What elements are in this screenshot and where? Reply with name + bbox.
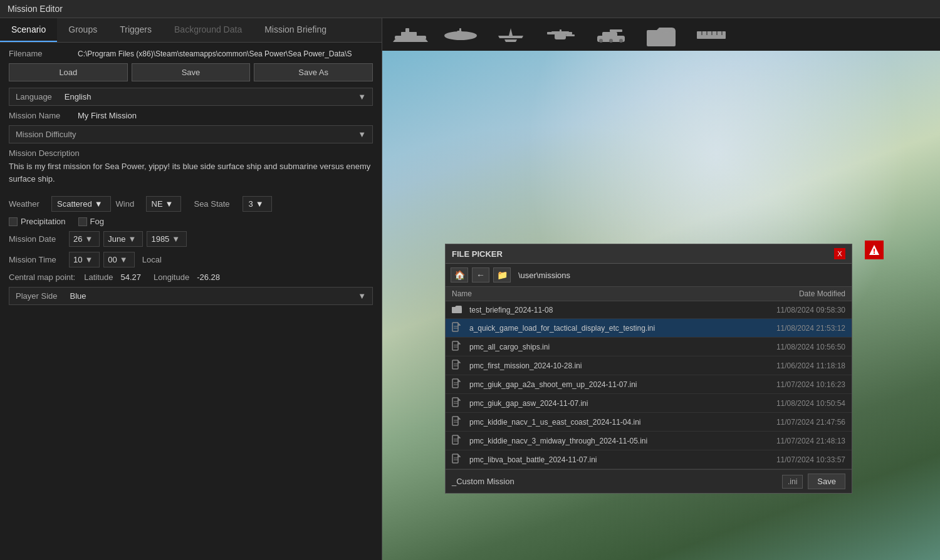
coord-row: Central map point: Latitude 54.27 Longit… [9,272,373,282]
tab-mission-briefing[interactable]: Mission Briefing [253,18,338,42]
fp-item-name: pmc_giuk_gap_a2a_shoot_em_up_2024-11-07.… [469,380,745,389]
fp-list-item[interactable]: pmc_giuk_gap_a2a_shoot_em_up_2024-11-07.… [446,375,852,394]
player-side-dropdown[interactable]: Player Side Blue ▼ [9,287,373,305]
svg-rect-29 [874,249,875,252]
folder-icon[interactable] [639,22,683,47]
fp-list-item[interactable]: pmc_kiddie_nacv_3_midway_through_2024-11… [446,432,852,450]
fp-back-button[interactable]: ← [472,267,489,283]
button-bar: Load Save Save As [9,63,373,81]
mission-time-row: Mission Time 10 ▼ 00 ▼ Local [9,252,373,267]
date-month-value: June [108,234,125,244]
svg-rect-53 [452,454,458,463]
language-arrow-icon[interactable]: ▼ [352,88,372,105]
svg-rect-35 [452,341,458,350]
tab-groups[interactable]: Groups [57,18,108,42]
weather-row: Weather Scattered ▼ Wind NE ▼ Sea State … [9,196,373,212]
fp-custom-mission: _Custom Mission [452,477,777,486]
tab-scenario[interactable]: Scenario [0,18,57,42]
date-year-value: 1985 [151,234,169,244]
fp-file-list: test_briefing_2024-11-0811/08/2024 09:58… [446,301,852,469]
file-item-icon [452,435,464,447]
fp-list-item[interactable]: pmc_all_cargo_ships.ini11/08/2024 10:56:… [446,338,852,356]
date-year-dropdown[interactable]: 1985 ▼ [147,231,187,247]
language-dropdown[interactable]: Language English ▼ [9,88,373,106]
time-minute-value: 00 [108,255,117,264]
svg-rect-30 [874,252,875,254]
tank-icon[interactable] [589,22,633,47]
player-side-arrow-icon[interactable]: ▼ [352,288,372,304]
fp-item-date: 11/08/2024 10:50:54 [745,399,845,408]
folder-item-icon [452,304,464,315]
fp-save-button[interactable]: Save [808,474,845,489]
time-minute-dropdown[interactable]: 00 ▼ [103,252,134,267]
tab-triggers[interactable]: Triggers [108,18,163,42]
helicopter-icon[interactable] [539,22,583,47]
date-day-arrow-icon: ▼ [85,234,93,244]
longitude-label: Longitude [154,272,189,282]
svg-rect-6 [459,28,461,32]
fp-item-name: pmc_giuk_gap_asw_2024-11-07.ini [469,399,745,408]
time-hour-dropdown[interactable]: 10 ▼ [69,252,100,267]
file-item-icon [452,378,464,390]
precipitation-checkbox[interactable] [9,217,18,226]
date-day-value: 26 [73,234,82,244]
player-side-value: Blue [63,288,352,304]
fp-item-date: 11/08/2024 21:53:12 [745,324,845,333]
wind-arrow-icon: ▼ [165,199,174,209]
aircraft-icon[interactable] [489,22,533,47]
mission-difficulty-arrow-icon[interactable]: ▼ [358,130,366,139]
mission-difficulty-dropdown[interactable]: Mission Difficulty ▼ [9,125,373,143]
fp-home-button[interactable]: 🏠 [451,267,468,283]
svg-point-19 [609,39,613,43]
mission-name-value[interactable]: My First Mission [78,111,373,120]
latitude-label: Latitude [84,272,113,282]
wind-label: Wind [116,199,141,209]
svg-rect-16 [602,32,617,37]
mission-name-label: Mission Name [9,111,78,120]
fp-extension-filter[interactable]: .ini [782,475,803,489]
ruler-icon[interactable] [689,22,733,47]
fp-list-item[interactable]: pmc_first_mission_2024-10-28.ini11/06/20… [446,356,852,375]
save-button[interactable]: Save [132,63,251,81]
longitude-value[interactable]: -26.28 [197,272,220,282]
date-month-dropdown[interactable]: June ▼ [103,231,143,247]
fp-item-date: 11/07/2024 21:47:56 [745,418,845,427]
submarine-icon[interactable] [439,22,483,47]
save-as-button[interactable]: Save As [254,63,373,81]
fp-folder-nav-button[interactable]: 📁 [493,267,511,283]
fp-list-item[interactable]: a_quick_game_load_for_tactical_display_e… [446,319,852,338]
date-day-dropdown[interactable]: 26 ▼ [69,231,100,247]
weather-dropdown[interactable]: Scattered ▼ [51,196,111,212]
wind-dropdown[interactable]: NE ▼ [146,196,182,212]
left-panel: Scenario Groups Triggers Background Data… [0,18,382,560]
fp-item-name: pmc_kiddie_nacv_3_midway_through_2024-11… [469,437,745,445]
fp-close-button[interactable]: X [834,248,845,259]
fp-item-name: pmc_kiddie_nacv_1_us_east_coast_2024-11-… [469,418,745,427]
svg-point-20 [619,39,623,43]
fog-checkbox[interactable] [78,217,87,226]
fp-list-item[interactable]: pmc_giuk_gap_asw_2024-11-07.ini11/08/202… [446,394,852,413]
left-content: Filename C:\Program Files (x86)\Steam\st… [0,43,382,560]
sea-state-dropdown[interactable]: 3 ▼ [243,196,271,212]
svg-rect-50 [452,435,458,444]
fp-list-item[interactable]: pmc_libva_boat_battle_2024-11-07.ini11/0… [446,450,852,469]
back-arrow-icon: ← [476,270,485,280]
fp-list-item[interactable]: test_briefing_2024-11-0811/08/2024 09:58… [446,301,852,319]
file-item-icon [452,416,464,428]
file-item-icon [452,454,464,465]
precipitation-checkbox-item[interactable]: Precipitation [9,217,66,226]
latitude-value[interactable]: 54.27 [121,272,142,282]
time-hour-value: 10 [73,255,82,264]
fog-checkbox-item[interactable]: Fog [78,217,104,226]
home-icon: 🏠 [454,270,465,280]
load-button[interactable]: Load [9,63,128,81]
warship-icon[interactable] [389,22,432,47]
fp-list-item[interactable]: pmc_kiddie_nacv_1_us_east_coast_2024-11-… [446,413,852,432]
svg-rect-44 [452,398,458,407]
sea-state-arrow-icon: ▼ [256,199,264,209]
mission-date-label: Mission Date [9,234,65,244]
svg-rect-41 [452,379,458,388]
top-toolbar [382,18,940,51]
tab-background-data[interactable]: Background Data [163,18,253,42]
mission-description-text[interactable]: This is my first mission for Sea Power, … [9,160,373,185]
